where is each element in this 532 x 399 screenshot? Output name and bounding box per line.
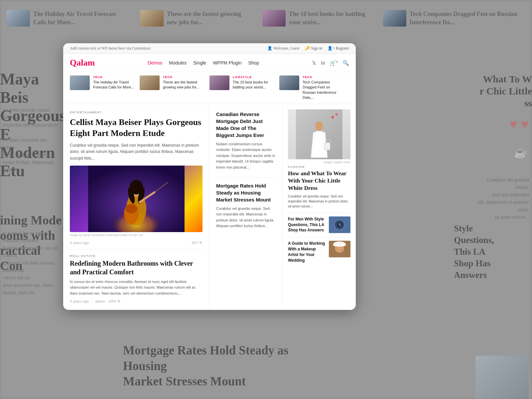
ticker-cat-1: TECH <box>163 75 204 79</box>
bg-left-body: sit amet gravida neque. Sed non imperdie… <box>0 106 62 174</box>
fashion-title[interactable]: How and What To Wear With Your Chic Litt… <box>288 170 350 192</box>
bg-hearts: ♥ ♥ <box>510 116 529 132</box>
nav-modules[interactable]: Modules <box>169 60 187 66</box>
bg-left-body2: In cursus leo et enim rhoncus convallis.… <box>0 229 62 297</box>
site-logo[interactable]: Qalam <box>70 58 95 68</box>
bg-thumb-3 <box>262 10 286 27</box>
re-dot: · <box>91 299 92 303</box>
bg-right-text: What To Wr Chic Littless <box>456 73 532 109</box>
bg-top-row: The Holiday Air Travel Forecast Calls fo… <box>0 7 532 30</box>
twitter-icon[interactable]: 𝕏 <box>312 60 316 66</box>
ticker-content-0: TECH The Holiday Air Travel Forecast Cal… <box>93 75 134 90</box>
bg-bottom-right-text: StyleQuestions,This LAShop HasAnswers <box>454 223 532 281</box>
featured-meta: 4 years ago 907 👁 <box>70 241 202 245</box>
featured-article: ENTERTAINMENT Cellist Maya Beiser Plays … <box>70 111 202 245</box>
mid-article-body-0: Nullam condimentum cursus molestie. Etia… <box>216 141 276 171</box>
svg-text:♥: ♥ <box>331 114 334 121</box>
ticker-title-2[interactable]: The 10 best books for battling your sexi… <box>233 80 274 90</box>
svg-text:♥: ♥ <box>335 112 338 117</box>
real-estate-body: In cursus leo et enim rhoncus convallis.… <box>70 279 202 297</box>
nav-icons: 𝕏 in 🛒0 🔍 <box>312 60 349 66</box>
fashion-image: ♥ ♥ <box>288 109 350 159</box>
bg-bottom-right-img <box>475 356 529 399</box>
nav-single[interactable]: Single <box>193 60 206 66</box>
side-article-1: A Guide to Working With a Makeup Artist … <box>288 237 350 263</box>
user-icon: 👤 <box>267 46 273 51</box>
ticker-row: TECH The Holiday Air Travel Forecast Cal… <box>63 72 356 104</box>
ticker-item-3: TECH Tech Companies Dragged Feet on Russ… <box>279 75 349 100</box>
bg-top-item-4: Tech Companies Dragged Feet on Russian I… <box>383 10 525 27</box>
topbar: Add custom text or WP menu here via Cust… <box>63 43 356 54</box>
real-estate-article: REAL ESTATE Redefining Modern Bathrooms … <box>70 254 202 303</box>
real-estate-title[interactable]: Redefining Modern Bathrooms with Clever … <box>70 259 202 276</box>
featured-section-label: ENTERTAINMENT <box>70 111 202 114</box>
real-estate-label: REAL ESTATE <box>70 254 202 258</box>
svg-rect-13 <box>324 143 330 150</box>
bg-right-body: Curabitur vel gravida neque. Sed non imp… <box>470 176 532 221</box>
left-divider <box>70 249 202 250</box>
register-icon: 👤+ <box>328 46 336 51</box>
bg-top-text-2: These are the fastest growing new jobs f… <box>167 10 249 27</box>
mid-article-0: Canadian Reverse Mortgage Debt Just Made… <box>216 111 276 171</box>
ticker-cat-3: TECH <box>303 75 344 79</box>
linkedin-icon[interactable]: in <box>321 60 325 66</box>
bg-top-item-2: These are the fastest growing new jobs f… <box>140 10 249 27</box>
svg-point-24 <box>333 243 338 246</box>
bg-thumb-1 <box>7 10 30 27</box>
bg-thumb-4 <box>383 10 406 27</box>
sign-in-icon: 🔑 <box>305 46 311 51</box>
side-article-title-0[interactable]: For Men With Style Questions, This LA Sh… <box>288 216 326 233</box>
nav-wppm[interactable]: WPPM Plugin <box>213 60 241 66</box>
side-thumb-1 <box>329 241 350 257</box>
side-article-text-0: For Men With Style Questions, This LA Sh… <box>288 216 326 233</box>
ticker-thumb-3 <box>279 75 299 90</box>
svg-point-25 <box>341 243 346 246</box>
ticker-item-1: TECH These are the fastest growing new j… <box>140 75 209 100</box>
side-thumb-svg-0 <box>329 216 350 233</box>
ticker-title-0[interactable]: The Holiday Air Travel Forecast Calls fo… <box>93 80 134 90</box>
re-time: 4 years ago <box>70 299 89 303</box>
mid-article-title-1[interactable]: Mortgage Rates Hold Steady as Housing Ma… <box>216 182 276 203</box>
mid-article-title-0[interactable]: Canadian Reverse Mortgage Debt Just Made… <box>216 111 276 139</box>
ticker-thumb-2 <box>209 75 229 90</box>
search-icon[interactable]: 🔍 <box>342 60 349 66</box>
ticker-item-0: TECH The Holiday Air Travel Forecast Cal… <box>70 75 140 100</box>
cellist-svg <box>88 166 185 232</box>
re-author: admin <box>95 299 105 303</box>
topbar-custom-text: Add custom text or WP menu here via Cust… <box>70 46 151 51</box>
sign-in-link[interactable]: 🔑 Sign in <box>305 46 322 51</box>
bg-top-text-1: The Holiday Air Travel Forecast Calls fo… <box>33 10 127 27</box>
fashion-img-caption: Image Caption Here <box>288 161 350 164</box>
register-link[interactable]: 👤+ Register <box>328 46 349 51</box>
svg-point-12 <box>315 121 323 131</box>
featured-title[interactable]: Cellist Maya Beiser Plays Gorgeous Eight… <box>70 117 202 139</box>
featured-image <box>70 166 202 232</box>
mid-divider <box>216 177 276 178</box>
ticker-thumb-0 <box>70 75 90 90</box>
left-column: ENTERTAINMENT Cellist Maya Beiser Plays … <box>63 104 209 310</box>
re-views: 1054 👁 <box>108 299 121 303</box>
side-article-title-1[interactable]: A Guide to Working With a Makeup Artist … <box>288 241 326 263</box>
bg-top-text-4: Tech Companies Dragged Feet on Russian I… <box>410 10 525 27</box>
bg-top-item-1: The Holiday Air Travel Forecast Calls fo… <box>7 10 127 27</box>
side-thumb-svg-1 <box>329 241 350 257</box>
bg-top-item-3: The 10 best books for battling your sexi… <box>262 10 370 27</box>
bg-thumb-2 <box>140 10 164 27</box>
featured-time: 4 years ago <box>70 241 89 245</box>
ticker-content-2: LIFESTYLE The 10 best books for battling… <box>233 75 274 90</box>
cart-icon[interactable]: 🛒0 <box>330 60 338 66</box>
ticker-thumb-1 <box>140 75 160 90</box>
ticker-title-3[interactable]: Tech Companies Dragged Feet on Russian I… <box>303 80 344 100</box>
nav-links: Demos Modules Single WPPM Plugin Shop <box>148 60 259 66</box>
topbar-right: 👤 Welcome, Guest 🔑 Sign in 👤+ Register <box>267 46 349 51</box>
mid-article-body-1: Curabitur vel gravida neque. Sed non imp… <box>216 206 276 229</box>
fashion-svg: ♥ ♥ <box>296 109 342 159</box>
ticker-title-1[interactable]: These are the fastest growing new jobs f… <box>163 80 204 90</box>
ticker-item-2: LIFESTYLE The 10 best books for battling… <box>209 75 279 100</box>
fashion-body: Curabitur vel gravida neque. Sed non imp… <box>288 194 350 209</box>
modal-card: Add custom text or WP menu here via Cust… <box>63 43 356 310</box>
nav-demos[interactable]: Demos <box>148 60 162 66</box>
nav-shop[interactable]: Shop <box>248 60 259 66</box>
ticker-cat-0: TECH <box>93 75 134 79</box>
right-columns: Canadian Reverse Mortgage Debt Just Made… <box>209 104 356 310</box>
